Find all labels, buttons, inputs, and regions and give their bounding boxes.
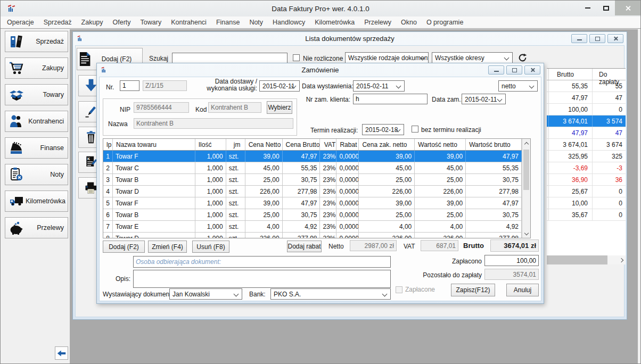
restore-button[interactable] — [506, 65, 522, 75]
edit-item-button[interactable]: Zmień (F4) — [148, 241, 187, 253]
receiver-input[interactable] — [133, 256, 391, 268]
paid-input[interactable] — [484, 255, 539, 266]
search-label: Szukaj — [149, 55, 168, 62]
order-item-row[interactable]: 6Towar B1,000szt.25,0030,7523%0,000025,0… — [103, 209, 522, 221]
menu-oferty[interactable]: Oferty — [108, 17, 136, 28]
search-input[interactable] — [172, 53, 287, 64]
scroll-down-button[interactable] — [522, 229, 530, 238]
sidebar-item-finanse[interactable]: Finanse — [5, 137, 68, 159]
sidebar-item-sprzedaz[interactable]: Sprzedaż — [5, 31, 68, 52]
menu-finanse[interactable]: Finanse — [211, 17, 244, 28]
description-textarea[interactable] — [133, 270, 391, 288]
list-window-titlebar[interactable]: Lista dokumentów sprzedaży — [73, 32, 627, 45]
save-button[interactable]: Zapisz(F12) — [451, 284, 495, 296]
deadline-picker[interactable]: 2015-02-18 — [362, 124, 404, 135]
column-header[interactable]: jm — [226, 139, 245, 150]
menu-kontrahenci[interactable]: Kontrahenci — [166, 17, 211, 28]
document-row[interactable]: 3 674,013 574 — [547, 115, 626, 127]
menu-przelewy[interactable]: Przelewy — [359, 17, 396, 28]
document-type-filter[interactable]: Wszystkie rodzaje dokumentó — [345, 52, 429, 64]
no-deadline-checkbox[interactable] — [412, 126, 418, 133]
order-item-row[interactable]: 3Towar B1,000szt.25,0030,7523%0,000025,0… — [103, 174, 522, 186]
close-button[interactable] — [615, 1, 640, 15]
sidebar-item-towary[interactable]: Towary — [5, 84, 68, 105]
scrollbar-thumb[interactable] — [547, 255, 607, 264]
scrollbar-thumb[interactable] — [523, 150, 529, 190]
column-header-brutto[interactable]: Brutto — [549, 69, 593, 80]
sidebar-item-zakupy[interactable]: Zakupy — [5, 57, 68, 79]
issue-date-picker[interactable]: 2015-02-11 — [353, 80, 405, 92]
order-item-row[interactable]: 4Towar D1,000szt.226,00277,9823%0,000022… — [103, 186, 522, 197]
menu-operacje[interactable]: Operacje — [2, 17, 39, 28]
column-header-do-zaplaty[interactable]: Do zapłaty — [593, 69, 625, 80]
column-header[interactable]: Nazwa towaru — [113, 139, 195, 150]
nr-input[interactable] — [120, 80, 139, 91]
dialog-titlebar[interactable]: Zamówienie — [97, 63, 544, 77]
column-header[interactable]: Wartość brutto — [466, 139, 522, 150]
document-row[interactable]: 325,95325 — [547, 151, 626, 162]
menu-okno[interactable]: Okno — [396, 17, 422, 28]
sidebar-item-kontrahenci[interactable]: Kontrahenci — [5, 111, 68, 132]
horizontal-scrollbar[interactable] — [547, 255, 626, 264]
menu-zakupy[interactable]: Zakupy — [77, 17, 108, 28]
column-header[interactable]: Rabat — [336, 139, 359, 150]
sidebar-item-przelewy[interactable]: Przelewy — [5, 217, 68, 238]
client-order-input[interactable] — [353, 94, 428, 104]
document-row[interactable]: -3,69-3 — [547, 162, 626, 174]
menu-handlowcy[interactable]: Handlowcy — [268, 17, 310, 28]
issuer-select[interactable]: Jan Kowalski — [169, 288, 242, 300]
minimize-button[interactable] — [579, 1, 597, 15]
document-row[interactable]: 35,670 — [547, 209, 626, 221]
menu-kilometrowka[interactable]: Kilometrówka — [310, 17, 359, 28]
maximize-button[interactable] — [597, 1, 615, 15]
document-row[interactable]: 47,9747 — [547, 92, 626, 104]
vertical-scrollbar[interactable] — [522, 139, 530, 238]
menu-sprzedaz[interactable]: Sprzedaż — [39, 17, 77, 28]
minimize-button[interactable] — [571, 34, 587, 43]
document-row[interactable]: 47,9747 — [547, 127, 626, 139]
scroll-up-button[interactable] — [522, 139, 530, 147]
column-header[interactable]: Wartość netto — [415, 139, 466, 150]
document-row[interactable]: 10,000 — [547, 197, 626, 209]
column-header[interactable]: Ilość — [195, 139, 226, 150]
column-header[interactable]: lp — [103, 139, 113, 150]
bank-select[interactable]: PKO S.A. — [270, 288, 391, 300]
column-header[interactable]: Cena zak. netto — [359, 139, 415, 150]
document-row[interactable]: 100,000 — [547, 104, 626, 115]
order-date-picker[interactable]: 2015-02-11 — [462, 94, 506, 104]
order-item-row[interactable]: 7Towar E1,000szt.4,004,9223%0,00004,004,… — [103, 221, 522, 233]
choose-contractor-button[interactable]: Wybierz — [267, 101, 292, 114]
document-row[interactable]: 55,3555 — [547, 80, 626, 92]
sidebar-item-kilometrowka[interactable]: Kilometrówka — [5, 191, 68, 212]
order-item-row[interactable]: 5Towar F1,000szt.39,0047,9723%0,000039,0… — [103, 197, 522, 209]
sidebar-item-noty[interactable]: Noty — [5, 164, 68, 185]
document-row[interactable]: 25,670 — [547, 186, 626, 197]
collapse-sidebar-button[interactable] — [55, 346, 68, 360]
column-header[interactable]: VAT — [320, 139, 336, 150]
add-item-button[interactable]: Dodaj (F2) — [103, 241, 145, 253]
document-row[interactable]: 36,9036 — [547, 174, 626, 186]
unsettled-checkbox[interactable] — [293, 54, 300, 61]
column-header[interactable]: Cena Netto — [245, 139, 283, 150]
order-item-row[interactable]: 8Towar D1,000szt.226,00277,9823%0,000022… — [103, 233, 522, 238]
order-item-row[interactable]: 1Towar F1,000szt.39,0047,9723%0,000039,0… — [103, 151, 522, 162]
delivery-date-picker[interactable]: 2015-02-11 — [259, 80, 300, 92]
document-row[interactable]: 3 674,013 674 — [547, 139, 626, 151]
amount-mode-select[interactable]: netto — [498, 80, 538, 92]
scroll-right-button[interactable] — [617, 255, 626, 264]
restore-button[interactable] — [589, 34, 605, 43]
refresh-button[interactable] — [516, 52, 528, 63]
period-filter[interactable]: Wszystkie okresy — [432, 52, 513, 64]
cancel-button[interactable]: Anuluj — [506, 284, 539, 296]
column-header[interactable]: Cena Brutto — [283, 139, 320, 150]
menu-noty[interactable]: Noty — [244, 17, 268, 28]
menu-o-programie[interactable]: O programie — [422, 17, 468, 28]
close-button[interactable] — [607, 34, 623, 43]
minimize-button[interactable] — [488, 65, 504, 75]
menu-towary[interactable]: Towary — [136, 17, 167, 28]
close-button[interactable] — [524, 65, 540, 75]
grid-cell: 226,00 — [245, 186, 283, 197]
add-discount-button[interactable]: Dodaj rabat — [287, 241, 322, 252]
order-item-row[interactable]: 2Towar C1,000szt.45,0055,3523%0,000045,0… — [103, 162, 522, 174]
delete-item-button[interactable]: Usuń (F8) — [192, 241, 229, 253]
